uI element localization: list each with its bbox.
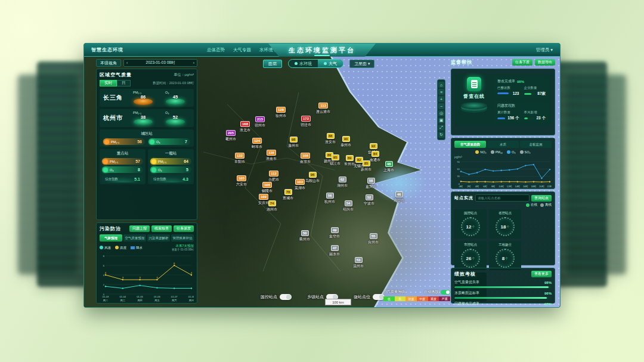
date-picker[interactable]: ‹ 2023-01-03 08时 › bbox=[123, 59, 197, 67]
supervision-button-1[interactable]: 数据导出 bbox=[535, 59, 555, 66]
supervision-button-0[interactable]: 任务下发 bbox=[512, 59, 532, 66]
city-marker[interactable]: 52宁波市 bbox=[364, 194, 374, 206]
city-marker[interactable]: 88淮安市 bbox=[325, 133, 336, 145]
legend-item: 降水 bbox=[131, 246, 143, 250]
forecast-button-2[interactable]: 任务派发 bbox=[174, 225, 194, 232]
user-menu[interactable]: 管理员 ▾ bbox=[536, 47, 553, 53]
forecast-meta-primary: 未来7天预报 bbox=[172, 244, 194, 248]
city-marker[interactable]: 106铜陵市 bbox=[262, 182, 273, 194]
marker-value-chip: 95 bbox=[332, 154, 339, 160]
trend-tab-0[interactable]: 空气质量趋势 bbox=[454, 141, 486, 148]
air-toggle-1[interactable]: 日 bbox=[117, 80, 131, 86]
city-marker[interactable]: 54绍兴市 bbox=[343, 200, 354, 212]
date-next-arrow[interactable]: › bbox=[193, 61, 194, 65]
station-gauge-value: 18 bbox=[501, 224, 506, 230]
locate-icon[interactable]: ◎ bbox=[438, 110, 444, 116]
city-marker[interactable]: 50衢州市 bbox=[299, 230, 310, 242]
city-marker[interactable]: 58嘉兴市 bbox=[366, 178, 376, 190]
supervision-title: 监督帮扶 bbox=[451, 59, 472, 66]
kpi-value: 92% bbox=[544, 302, 552, 306]
fullscreen-icon[interactable]: ⤢ bbox=[438, 125, 444, 131]
marker-city-name: 丽水市 bbox=[329, 252, 340, 257]
date-prev-arrow[interactable]: ‹ bbox=[126, 61, 128, 65]
city-marker[interactable]: 172宿迁市 bbox=[301, 116, 311, 128]
city-marker[interactable]: 113连云港市 bbox=[316, 103, 330, 115]
kpi-value: 96% bbox=[544, 292, 552, 295]
city-marker[interactable]: 128徐州市 bbox=[275, 107, 286, 119]
status-label: 在线 bbox=[531, 203, 537, 207]
city-marker[interactable]: 55台州市 bbox=[368, 233, 379, 245]
kpi-more-button[interactable]: 查看更多 bbox=[531, 271, 552, 277]
layer-toggle-switch[interactable] bbox=[373, 294, 385, 300]
mode-label: 水环境 bbox=[299, 61, 312, 67]
trend-tab-1[interactable]: 水质 bbox=[487, 141, 519, 148]
forecast-meta-secondary: 更新于 01-03 08时 bbox=[172, 248, 194, 251]
reset-icon[interactable]: ↻ bbox=[438, 132, 444, 138]
svg-text:2: 2 bbox=[103, 283, 105, 286]
site-card-footer: 综合指数4.3 bbox=[150, 175, 191, 182]
layers-icon[interactable]: ≡ bbox=[438, 89, 444, 95]
pill-pollutant: O₃ bbox=[156, 140, 160, 144]
map-mode-1[interactable]: 大气 bbox=[318, 60, 343, 67]
city-marker[interactable]: 56杭州市 bbox=[324, 193, 335, 205]
city-marker[interactable]: 116淮南市 bbox=[266, 150, 277, 162]
city-marker[interactable]: 62湖州市 bbox=[337, 177, 348, 188]
pill-pollutant: O₃ bbox=[110, 168, 114, 172]
map-scale: 100 km bbox=[325, 299, 351, 305]
city-marker[interactable]: 215宿州市 bbox=[255, 116, 265, 128]
view-scope-chip[interactable]: 本级视角 bbox=[96, 59, 121, 67]
city-marker[interactable]: 90泰州市 bbox=[340, 136, 351, 148]
city-marker[interactable]: 85苏州市 bbox=[361, 160, 371, 172]
city-marker[interactable]: 108南京市 bbox=[300, 153, 311, 165]
home-icon[interactable]: ⌂ bbox=[438, 82, 444, 88]
forecast-tab-3[interactable]: 管控效果评估 bbox=[171, 234, 194, 242]
marker-city-name: 杭州市 bbox=[324, 199, 335, 205]
city-marker[interactable]: 132阜阳市 bbox=[234, 153, 245, 165]
city-marker[interactable]: 46舟山市 bbox=[394, 191, 404, 203]
forecast-tab-2[interactable]: 污染来源解析 bbox=[147, 234, 170, 242]
forecast-tab-1[interactable]: 空气质量预报 bbox=[123, 234, 146, 242]
city-marker[interactable]: 78宣城市 bbox=[283, 189, 293, 201]
city-marker[interactable]: 112合肥市 bbox=[268, 171, 279, 182]
city-marker[interactable]: 98滁州市 bbox=[288, 137, 299, 148]
city-marker[interactable]: 105六安市 bbox=[236, 175, 247, 187]
trend-chart: 03060900时2时4时6时8时10时12时14时16时18时20时22时 bbox=[454, 160, 552, 188]
forecast-tab-0[interactable]: 气象预报 bbox=[100, 234, 122, 242]
supervision-header: 监督帮扶 任务下发数据导出 bbox=[451, 59, 555, 66]
basemap-select[interactable]: 卫星图 ▾ bbox=[349, 60, 374, 68]
zoom-in-icon[interactable]: + bbox=[438, 96, 444, 102]
zoom-out-icon[interactable]: − bbox=[438, 103, 444, 109]
city-marker[interactable]: 47丽水市 bbox=[329, 245, 340, 257]
layer-toggle-switch[interactable] bbox=[280, 294, 292, 300]
grid-icon[interactable]: ▣ bbox=[438, 117, 444, 123]
city-marker[interactable]: 95镇江市 bbox=[330, 154, 340, 166]
marker-value-chip: 85 bbox=[363, 160, 370, 166]
aqi-autoplay-toggle[interactable] bbox=[441, 290, 450, 295]
legend-label: 降水 bbox=[136, 246, 143, 250]
city-marker[interactable]: 53温州市 bbox=[353, 257, 364, 269]
station-search-input[interactable] bbox=[475, 194, 530, 202]
city-marker[interactable]: 96马鞍山市 bbox=[305, 172, 320, 184]
air-toggle-0[interactable]: 实时 bbox=[100, 80, 117, 86]
pollutant-pill: O₃7 bbox=[148, 138, 190, 145]
svg-text:16时: 16时 bbox=[523, 185, 529, 188]
marker-value-chip: 49 bbox=[331, 227, 339, 233]
city-marker[interactable]: 168淮北市 bbox=[240, 121, 250, 133]
city-marker[interactable]: 49金华市 bbox=[329, 227, 340, 239]
station-gauge-0: 国控站点12个 bbox=[454, 209, 487, 239]
city-marker[interactable]: 103芜湖市 bbox=[295, 179, 305, 191]
trend-tab-2[interactable]: 走航监测 bbox=[520, 141, 552, 148]
map-mode-0[interactable]: 水环境 bbox=[289, 60, 318, 67]
city-marker[interactable]: 205亳州市 bbox=[225, 130, 236, 142]
legend-swatch bbox=[491, 150, 494, 154]
city-marker[interactable]: 74池州市 bbox=[267, 200, 277, 212]
city-marker[interactable]: 124蚌埠市 bbox=[252, 138, 262, 150]
forecast-button-1[interactable]: 线索核查 bbox=[151, 225, 172, 232]
marker-value-chip: 47 bbox=[331, 245, 339, 251]
nav-item-0[interactable]: 总体态势 bbox=[207, 47, 225, 53]
station-search-button[interactable]: 查询站点 bbox=[531, 195, 552, 202]
layers-button[interactable]: 图层 bbox=[263, 60, 282, 68]
city-marker[interactable]: 48上海市 bbox=[383, 161, 394, 173]
nav-item-1[interactable]: 大气专题 bbox=[233, 47, 251, 53]
forecast-button-0[interactable]: 问题上报 bbox=[129, 225, 150, 232]
